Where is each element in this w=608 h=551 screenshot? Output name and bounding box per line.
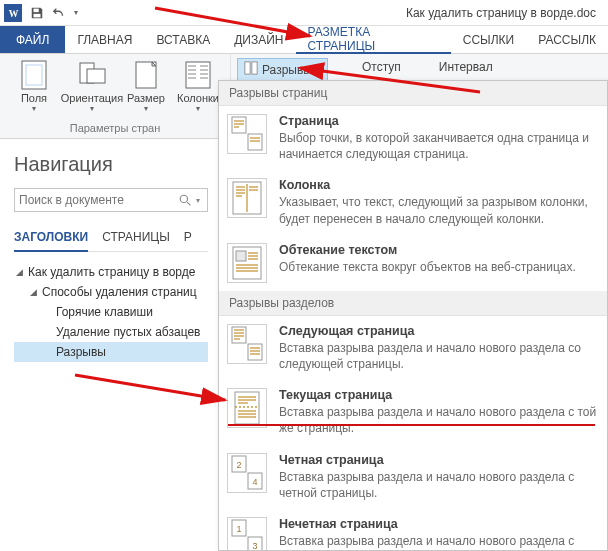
tab-home[interactable]: ГЛАВНАЯ — [65, 26, 144, 53]
tab-design[interactable]: ДИЗАЙН — [222, 26, 295, 53]
nav-tab-results[interactable]: Р — [184, 226, 192, 251]
group-page-setup: Поля▾ Ориентация▾ Размер▾ Колонки▾ Парам… — [0, 54, 231, 138]
breaks-menu: Разрывы страниц СтраницаВыбор точки, в к… — [218, 80, 608, 551]
menu-item-odd-page[interactable]: 13 Нечетная страницаВставка разрыва разд… — [219, 509, 607, 551]
document-title: Как удалить страницу в ворде.doc — [82, 6, 604, 20]
menu-header-page-breaks: Разрывы страниц — [219, 81, 607, 106]
undo-button[interactable] — [48, 2, 70, 24]
svg-rect-3 — [34, 13, 41, 17]
text-wrap-icon — [227, 243, 267, 283]
tab-file[interactable]: ФАЙЛ — [0, 26, 65, 53]
svg-rect-38 — [236, 251, 246, 261]
spacing-label: Интервал — [435, 58, 497, 76]
svg-text:1: 1 — [236, 524, 241, 534]
svg-line-21 — [187, 202, 190, 205]
svg-rect-7 — [87, 69, 105, 83]
navigation-title: Навигация — [14, 153, 208, 176]
word-app-icon: W — [4, 4, 22, 22]
size-button[interactable]: Размер▾ — [122, 58, 170, 113]
orientation-icon — [77, 60, 107, 90]
caret-icon: ◢ — [30, 287, 37, 297]
indent-label: Отступ — [358, 58, 405, 76]
search-dropdown-icon[interactable]: ▾ — [193, 196, 203, 205]
navigation-tabs: ЗАГОЛОВКИ СТРАНИЦЫ Р — [14, 226, 208, 252]
columns-icon — [183, 60, 213, 90]
svg-rect-22 — [232, 117, 246, 133]
svg-rect-46 — [248, 344, 262, 360]
svg-rect-19 — [252, 62, 257, 74]
group-label: Параметры стран — [6, 120, 224, 136]
menu-header-section-breaks: Разрывы разделов — [219, 291, 607, 316]
navigation-pane: Навигация ▾ ЗАГОЛОВКИ СТРАНИЦЫ Р ◢Как уд… — [0, 139, 218, 551]
qat-customize-button[interactable]: ▾ — [70, 2, 82, 24]
title-bar: W ▾ Как удалить страницу в ворде.doc — [0, 0, 608, 26]
column-break-icon — [227, 178, 267, 218]
margins-button[interactable]: Поля▾ — [6, 58, 62, 113]
tab-insert[interactable]: ВСТАВКА — [144, 26, 222, 53]
menu-item-page[interactable]: СтраницаВыбор точки, в которой заканчива… — [219, 106, 607, 170]
svg-text:2: 2 — [236, 460, 241, 470]
svg-rect-18 — [245, 62, 250, 74]
search-icon[interactable] — [177, 194, 193, 207]
svg-rect-23 — [248, 134, 262, 150]
tab-references[interactable]: ССЫЛКИ — [451, 26, 526, 53]
breaks-icon — [244, 61, 258, 78]
svg-text:W: W — [9, 7, 19, 18]
nav-tab-pages[interactable]: СТРАНИЦЫ — [102, 226, 170, 251]
svg-text:4: 4 — [252, 477, 257, 487]
menu-item-continuous[interactable]: Текущая страницаВставка разрыва раздела … — [219, 380, 607, 444]
page-break-icon — [227, 114, 267, 154]
nav-tab-headings[interactable]: ЗАГОЛОВКИ — [14, 226, 88, 252]
tree-item-hotkeys[interactable]: Горячие клавиши — [14, 302, 208, 322]
columns-button[interactable]: Колонки▾ — [172, 58, 224, 113]
search-input[interactable] — [19, 193, 177, 207]
ribbon-tabs: ФАЙЛ ГЛАВНАЯ ВСТАВКА ДИЗАЙН РАЗМЕТКА СТР… — [0, 26, 608, 54]
menu-item-column[interactable]: КолонкаУказывает, что текст, следующий з… — [219, 170, 607, 234]
tree-item-root[interactable]: ◢Как удалить страницу в ворде — [14, 262, 208, 282]
svg-point-20 — [180, 195, 187, 202]
menu-item-next-page[interactable]: Следующая страницаВставка разрыва раздел… — [219, 316, 607, 380]
svg-rect-2 — [34, 8, 39, 12]
menu-item-even-page[interactable]: 24 Четная страницаВставка разрыва раздел… — [219, 445, 607, 509]
menu-item-text-wrapping[interactable]: Обтекание текстомОбтекание текста вокруг… — [219, 235, 607, 291]
tree-item-breaks[interactable]: Разрывы — [14, 342, 208, 362]
orientation-button[interactable]: Ориентация▾ — [64, 58, 120, 113]
odd-page-icon: 13 — [227, 517, 267, 551]
even-page-icon: 24 — [227, 453, 267, 493]
svg-text:3: 3 — [252, 541, 257, 551]
size-icon — [131, 60, 161, 90]
caret-icon: ◢ — [16, 267, 23, 277]
tab-page-layout[interactable]: РАЗМЕТКА СТРАНИЦЫ — [296, 26, 451, 54]
tab-mailings[interactable]: РАССЫЛК — [526, 26, 608, 53]
save-button[interactable] — [26, 2, 48, 24]
tree-item-methods[interactable]: ◢Способы удаления страниц — [14, 282, 208, 302]
tree-item-empty-paragraphs[interactable]: Удаление пустых абзацев — [14, 322, 208, 342]
breaks-dropdown-button[interactable]: Разрывы ▾ — [237, 58, 328, 81]
headings-tree: ◢Как удалить страницу в ворде ◢Способы у… — [14, 262, 208, 362]
continuous-icon — [227, 388, 267, 428]
chevron-down-icon: ▾ — [316, 65, 321, 75]
next-page-icon — [227, 324, 267, 364]
margins-icon — [19, 60, 49, 90]
search-input-wrap[interactable]: ▾ — [14, 188, 208, 212]
